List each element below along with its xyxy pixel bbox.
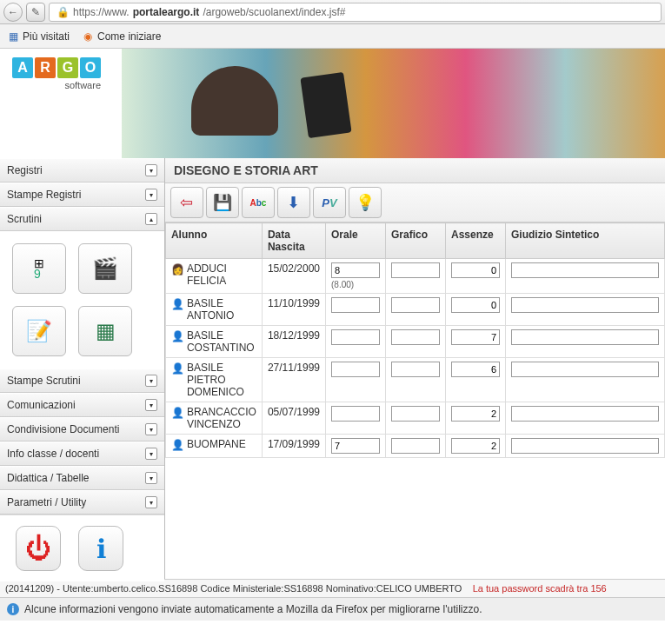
sidebar-item-condivisione[interactable]: Condivisione Documenti ▾ <box>0 417 164 442</box>
dob-cell: 27/11/1999 <box>262 358 325 402</box>
back-button[interactable]: ← <box>3 3 23 22</box>
orale-input[interactable] <box>331 297 380 313</box>
orale-input[interactable] <box>331 329 380 345</box>
content-panel: DISEGNO E STORIA ART ⇦ 💾 Abc ⬇ PV 💡 Alun… <box>165 158 665 579</box>
grafico-input[interactable] <box>391 262 440 278</box>
student-name: BASILE ANTONIO <box>187 297 256 322</box>
chevron-down-icon: ▾ <box>145 448 157 460</box>
blackboard-icon: ▦ <box>96 319 116 343</box>
tool-notes[interactable]: 📝 <box>12 306 66 356</box>
header-giudizio[interactable]: Giudizio Sintetico <box>506 223 665 259</box>
giudizio-input[interactable] <box>511 329 659 345</box>
giudizio-input[interactable] <box>511 438 659 454</box>
dob-cell: 15/02/2000 <box>262 259 325 294</box>
assenze-input[interactable] <box>451 329 500 345</box>
orale-subvalue: (8.00) <box>331 280 380 289</box>
toolbar-save[interactable]: 💾 <box>206 187 239 218</box>
info-icon: i <box>7 603 19 615</box>
assenze-input[interactable] <box>451 406 500 422</box>
sidebar-label: Stampe Scrutini <box>7 375 81 387</box>
person-icon: 👤 <box>171 439 184 451</box>
bookmark-label: Più visitati <box>23 30 70 43</box>
header-alunno[interactable]: Alunno <box>165 223 262 259</box>
student-cell[interactable]: 👤BRANCACCIO VINCENZO <box>171 406 256 430</box>
sidebar-item-parametri[interactable]: Parametri / Utility ▾ <box>0 490 164 515</box>
sidebar-item-comunicazioni[interactable]: Comunicazioni ▾ <box>0 393 164 417</box>
giudizio-input[interactable] <box>511 362 659 377</box>
header-orale[interactable]: Orale <box>326 223 386 259</box>
toolbar-pv[interactable]: PV <box>313 187 346 218</box>
table-row: 👤BASILE ANTONIO11/10/1999 <box>165 294 664 326</box>
chevron-down-icon: ▾ <box>145 375 157 387</box>
grafico-input[interactable] <box>391 329 440 345</box>
tool-grid[interactable]: ⊞9 <box>12 243 66 294</box>
grafico-input[interactable] <box>391 362 440 377</box>
sidebar-label: Parametri / Utility <box>7 496 86 508</box>
firefox-info-text: Alcune informazioni vengono inviate auto… <box>24 603 482 615</box>
identity-button[interactable]: ✎ <box>26 3 45 22</box>
toolbar-abc[interactable]: Abc <box>242 187 275 218</box>
bookmark-getting-started[interactable]: ◉ Come iniziare <box>82 30 161 43</box>
info-button[interactable]: ℹ <box>78 526 123 571</box>
lock-icon: 🔒 <box>57 6 70 18</box>
sidebar-item-stampe-scrutini[interactable]: Stampe Scrutini ▾ <box>0 368 164 393</box>
sidebar: Registri ▾ Stampe Registri ▾ Scrutini ▴ … <box>0 158 165 579</box>
argo-logo: A R G O software <box>12 57 103 90</box>
info-icon: ℹ <box>96 534 106 564</box>
app-banner: A R G O software <box>0 49 665 158</box>
orale-input[interactable] <box>331 406 380 422</box>
toolbar-hint[interactable]: 💡 <box>349 187 382 218</box>
sidebar-item-stampe-registri[interactable]: Stampe Registri ▾ <box>0 183 164 207</box>
orale-input[interactable] <box>331 362 380 377</box>
orale-input[interactable] <box>331 438 380 454</box>
url-bar[interactable]: 🔒 https://www.portaleargo.it/argoweb/scu… <box>49 3 662 22</box>
student-cell[interactable]: 👤BUOMPANE <box>171 438 256 451</box>
student-cell[interactable]: 👩ADDUCI FELICIA <box>171 262 256 287</box>
header-assenze[interactable]: Assenze <box>446 223 506 259</box>
giudizio-input[interactable] <box>511 262 659 278</box>
tool-clapperboard[interactable]: 🎬 <box>78 243 132 294</box>
grafico-input[interactable] <box>391 406 440 422</box>
chevron-down-icon: ▾ <box>145 423 157 435</box>
student-cell[interactable]: 👤BASILE PIETRO DOMENICO <box>171 362 256 398</box>
student-cell[interactable]: 👤BASILE COSTANTINO <box>171 329 256 354</box>
sidebar-item-didattica[interactable]: Didattica / Tabelle ▾ <box>0 466 164 490</box>
sidebar-label: Stampe Registri <box>7 189 81 201</box>
sidebar-item-info-classe[interactable]: Info classe / docenti ▾ <box>0 442 164 466</box>
giudizio-input[interactable] <box>511 297 659 313</box>
number-grid-icon: ⊞9 <box>34 258 44 279</box>
toolbar-back[interactable]: ⇦ <box>170 187 203 218</box>
status-bar-session: (20141209) - Utente:umberto.celico.SS168… <box>0 579 665 597</box>
logout-button[interactable]: ⏻ <box>16 526 61 571</box>
bookmark-most-visited[interactable]: ▦ Più visitati <box>7 30 70 43</box>
assenze-input[interactable] <box>451 438 500 454</box>
orale-input[interactable] <box>331 262 380 278</box>
grid-icon: ▦ <box>7 30 19 43</box>
header-grafico[interactable]: Grafico <box>386 223 446 259</box>
assenze-input[interactable] <box>451 262 500 278</box>
student-name: BASILE COSTANTINO <box>187 329 256 354</box>
header-data-nascita[interactable]: Data Nascita <box>262 223 325 259</box>
chair-graphic <box>191 66 278 136</box>
grafico-input[interactable] <box>391 438 440 454</box>
toolbar-import[interactable]: ⬇ <box>277 187 310 218</box>
sidebar-label: Scrutini <box>7 213 42 225</box>
student-name: BUOMPANE <box>187 438 246 450</box>
sidebar-item-registri[interactable]: Registri ▾ <box>0 158 164 183</box>
assenze-input[interactable] <box>451 297 500 313</box>
giudizio-input[interactable] <box>511 406 659 422</box>
student-cell[interactable]: 👤BASILE ANTONIO <box>171 297 256 322</box>
sidebar-item-scrutini[interactable]: Scrutini ▴ <box>0 207 164 231</box>
sidebar-label: Comunicazioni <box>7 399 76 411</box>
grafico-input[interactable] <box>391 297 440 313</box>
sidebar-label: Info classe / docenti <box>7 448 99 460</box>
sidebar-label: Registri <box>7 164 43 176</box>
student-name: ADDUCI FELICIA <box>187 262 256 287</box>
assenze-input[interactable] <box>451 362 500 377</box>
url-prefix: https://www. <box>73 6 130 18</box>
chevron-down-icon: ▾ <box>145 472 157 484</box>
chevron-down-icon: ▾ <box>145 496 157 508</box>
content-toolbar: ⇦ 💾 Abc ⬇ PV 💡 <box>165 183 665 222</box>
chevron-down-icon: ▾ <box>145 164 157 176</box>
tool-blackboard[interactable]: ▦ <box>78 306 132 356</box>
